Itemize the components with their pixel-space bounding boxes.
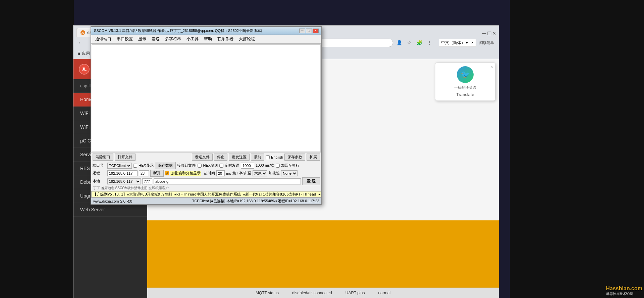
translate-label[interactable]: Translate: [456, 92, 474, 97]
uart-pins-value: normal: [378, 291, 390, 295]
sscom-window-buttons: ─ □ ×: [299, 29, 319, 33]
local-ip-select[interactable]: 192.168.0.117: [107, 178, 141, 184]
hassbian-subtitle: 赫思彼岸技术论坛: [606, 292, 642, 296]
sscom-row-3: 本地 192.168.0.117 发 送: [93, 177, 320, 185]
minimize-button[interactable]: ─: [482, 30, 486, 37]
lang-dropdown-icon: ▾: [466, 40, 468, 45]
hassbian-watermark: Hassbian.com 赫思彼岸技术论坛: [606, 286, 642, 296]
menu-display[interactable]: 显示: [136, 36, 149, 43]
remote-port-input[interactable]: [139, 170, 149, 176]
hex-display-label: HEX显示: [139, 163, 154, 168]
menu-help[interactable]: 帮助: [201, 36, 215, 43]
language-selector[interactable]: 中文（简体） ▾ ×: [439, 39, 476, 47]
sscom-titlebar: SSCOM V5.13.1 串口/网络数据调试器,作者:大虾丁丁_2618058…: [91, 27, 321, 35]
menu-multi-string[interactable]: 多字符串: [162, 36, 184, 43]
sscom-minimize-button[interactable]: ─: [299, 29, 305, 33]
menu-send[interactable]: 发送: [149, 36, 162, 43]
clear-window-button[interactable]: 清除窗口: [93, 154, 113, 161]
dark-background-right: [510, 0, 644, 298]
add-newline-label: 加回车换行: [281, 163, 300, 168]
mqtt-status-label: MQTT status: [256, 291, 279, 295]
sscom-terminal[interactable]: [92, 44, 321, 152]
uart-pins-label: UART pins: [345, 291, 365, 295]
profile-icon[interactable]: 👤: [395, 38, 404, 47]
sscom-ticker: 【升级到V5.13.1】★大资源MCU开发板9.9包邮 ★RT-Thread中国…: [91, 191, 321, 198]
send-area-button[interactable]: 发发送区: [229, 154, 250, 161]
tab-favicon: JL: [80, 30, 85, 35]
sscom-row-1: 端口号 TCPClient HEX显示 保存数据 接收到文件| HEX发送 定时…: [93, 162, 320, 169]
connect-button[interactable]: 断开: [150, 170, 164, 177]
restore-button[interactable]: □: [488, 30, 491, 37]
port-select[interactable]: TCPClient: [107, 163, 132, 169]
apps-label: 应用: [82, 51, 90, 56]
stop-button[interactable]: 停止: [214, 154, 227, 161]
port-label: 端口号: [93, 163, 106, 168]
menu-icon[interactable]: ⋮: [425, 38, 434, 47]
menu-port-settings[interactable]: 串口设置: [114, 36, 136, 43]
translate-popup: × 🐦 一律翻译英语 Translate: [435, 62, 495, 101]
hex-send-checkbox[interactable]: [198, 164, 202, 168]
translate-close-button[interactable]: ×: [490, 64, 493, 70]
remote-ip-input[interactable]: [107, 170, 138, 176]
bookmark-apps[interactable]: ⠿ 应用: [76, 50, 91, 57]
send-file-button[interactable]: 发送文件: [192, 154, 213, 161]
dark-background-left: [0, 0, 74, 298]
toolbar-actions: 👤 ☆ 🧩 ⋮ 中文（简体） ▾ × 阅读清单: [395, 38, 496, 47]
sscom-restore-button[interactable]: □: [306, 29, 312, 33]
sscom-title: SSCOM V5.13.1 串口/网络数据调试器,作者:大虾丁丁_2618058…: [94, 28, 262, 33]
esp-logo-icon: JL: [79, 64, 90, 75]
sscom-window: SSCOM V5.13.1 串口/网络数据调试器,作者:大虾丁丁_2618058…: [91, 26, 322, 205]
timeout-label: 超时间: [204, 171, 215, 176]
nav-item-web-server[interactable]: Web Server: [73, 203, 147, 217]
sscom-controls: 端口号 TCPClient HEX显示 保存数据 接收到文件| HEX发送 定时…: [91, 161, 321, 191]
english-label: English: [271, 155, 283, 159]
sscom-bottom-toolbar: 清除窗口 打开文件 发送文件 停止 发发送区 最前 English 保存参数 扩…: [91, 153, 321, 161]
sscom-menu-bar: 通讯端口 串口设置 显示 发送 多字符串 小工具 帮助 联系作者 大虾论坛: [91, 35, 321, 44]
reading-mode-button[interactable]: 阅读清单: [477, 40, 496, 46]
lang-text: 中文（简体）: [441, 40, 465, 46]
menu-forum[interactable]: 大虾论坛: [236, 36, 258, 43]
char-label: 第1 字节 至: [232, 171, 251, 176]
ms-label: ms: [226, 171, 231, 175]
end-select[interactable]: 末尾: [253, 170, 267, 176]
sscom-row-2: 远程 断开 加指扁和分包显示 超时间 ms 第1 字节 至 末尾 加校验 Non…: [93, 170, 320, 177]
send-text-input[interactable]: [154, 178, 301, 184]
save-params-button[interactable]: 保存参数: [284, 154, 305, 161]
send-button[interactable]: 发 送: [302, 177, 320, 185]
english-checkbox[interactable]: [266, 155, 270, 159]
hex-send-label: HEX发送: [203, 163, 218, 168]
front-button[interactable]: 最前: [251, 154, 264, 161]
back-button[interactable]: ←: [76, 38, 85, 47]
save-data-button[interactable]: 保存数据: [155, 162, 176, 169]
local-port-input[interactable]: [142, 178, 152, 184]
highlight-checkbox[interactable]: [165, 171, 169, 175]
highlight-label: 加指扁和分包显示: [170, 171, 201, 176]
expand-button[interactable]: 扩展: [307, 154, 320, 161]
add-newline-checkbox[interactable]: [276, 164, 280, 168]
sscom-status-right: TCPClient [●已连接] 本地IP=192.168.0.119:5548…: [192, 199, 319, 204]
sscom-status-row: www.daxia.com S:0 R:0 TCPClient [●已连接] 本…: [91, 198, 321, 204]
interval-input[interactable]: [241, 163, 254, 169]
extension-icon[interactable]: 🧩: [415, 38, 424, 47]
translate-bird-icon: 🐦: [457, 66, 474, 83]
sscom-info-text: 丁丁 首席地发 SSCOM软件清华主图 立即积累客户: [93, 186, 169, 190]
hex-display-checkbox[interactable]: [133, 164, 137, 168]
close-button[interactable]: ×: [492, 30, 496, 37]
lang-close-icon[interactable]: ×: [471, 40, 474, 45]
interval-label: 1000 ms/次: [256, 163, 274, 168]
bookmark-star-icon[interactable]: ☆: [405, 38, 414, 47]
timed-send-checkbox[interactable]: [219, 164, 223, 168]
menu-contact[interactable]: 联系作者: [215, 36, 236, 43]
menu-comm-port[interactable]: 通讯端口: [93, 36, 114, 43]
esp-status-bar: MQTT status disabled/disconnected UART p…: [147, 288, 499, 298]
translate-option-english[interactable]: 一律翻译英语: [454, 85, 476, 90]
open-file-button[interactable]: 打开文件: [115, 154, 136, 161]
checksum-select[interactable]: None: [281, 170, 298, 176]
sscom-status-left: www.daxia.com S:0 R:0: [93, 199, 132, 203]
menu-tools[interactable]: 小工具: [184, 36, 201, 43]
timed-send-label: 定时发送: [225, 163, 239, 168]
timeout-input[interactable]: [216, 170, 225, 176]
sscom-close-button[interactable]: ×: [313, 29, 319, 33]
sscom-row-info: 丁丁 首席地发 SSCOM软件清华主图 立即积累客户: [93, 186, 320, 190]
remote-label: 远程: [93, 171, 106, 176]
